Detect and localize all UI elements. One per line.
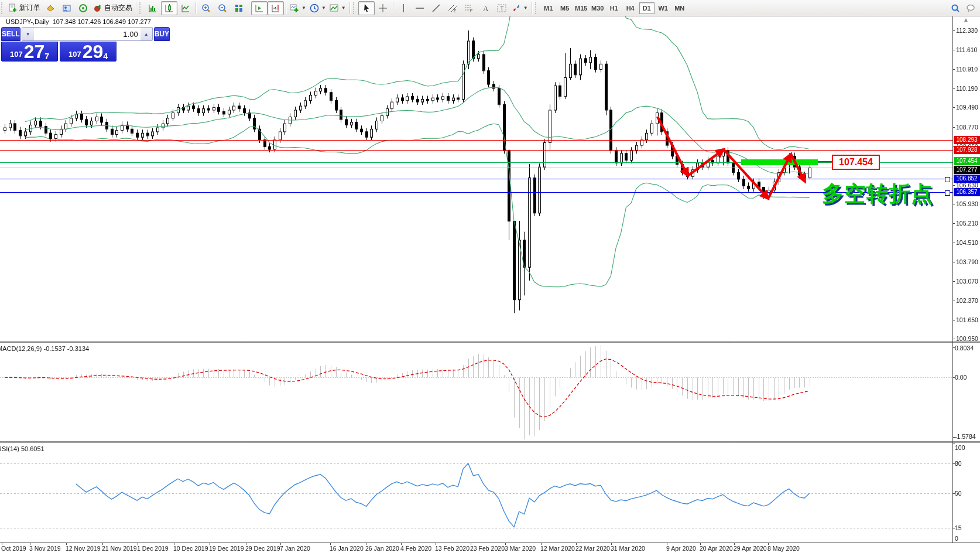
candlestick-chart-button[interactable] [161, 1, 177, 15]
autotrade-label: 自动交易 [104, 3, 132, 13]
price-tick-label: 103.070 [956, 278, 980, 285]
price-tick-label: 105.930 [956, 200, 980, 207]
date-label: 22 Mar 2020 [575, 545, 610, 552]
price-tick-label: 112.330 [956, 27, 980, 34]
price-tick-label: 110.910 [956, 66, 980, 73]
crosshair-button[interactable] [375, 1, 391, 15]
price-callout[interactable]: 107.454 [832, 155, 880, 170]
date-label: 26 Jan 2020 [365, 545, 399, 552]
price-tick-label: 111.610 [956, 46, 980, 53]
search-icon[interactable] [951, 4, 960, 13]
toolbar-separator [532, 2, 532, 14]
timeframe-h1[interactable]: H1 [606, 2, 622, 14]
highlight-bar[interactable] [741, 159, 818, 165]
trendline-icon [431, 4, 441, 13]
arrows-button[interactable]: ▼ [510, 1, 530, 15]
level-line-106.852[interactable] [0, 179, 952, 179]
chart-shift-button[interactable] [268, 1, 284, 15]
sell-button[interactable]: SELL [1, 27, 20, 41]
date-label: 7 Jan 2020 [280, 545, 310, 552]
level-line-108.293[interactable] [0, 140, 952, 141]
timeframe-m5[interactable]: M5 [557, 2, 573, 14]
date-label: 1 Dec 2019 [137, 545, 169, 552]
toolbar-separator [393, 2, 393, 14]
auto-scroll-button[interactable] [251, 1, 268, 15]
svg-text:A: A [483, 4, 489, 13]
timeframe-h4[interactable]: H4 [623, 2, 638, 14]
volume-stepper: ▼ ▲ [22, 27, 153, 41]
text-label-button[interactable]: T [494, 1, 510, 15]
timeframe-d1[interactable]: D1 [639, 2, 655, 14]
date-label: Oct 2019 [1, 545, 26, 552]
autotrade-button[interactable]: 自动交易 [91, 1, 134, 15]
scroll-to-end-icon[interactable]: ▲ [963, 16, 969, 23]
date-label: 23 Feb 2020 [470, 545, 505, 552]
toolbar-separator [136, 2, 136, 14]
date-label: 13 Feb 2020 [435, 545, 470, 552]
sell-price[interactable]: 107 27 7 [1, 42, 58, 62]
signals-button[interactable] [75, 1, 91, 15]
arrows-icon [512, 4, 521, 13]
cursor-button[interactable] [358, 1, 375, 15]
bar-chart-icon [148, 4, 157, 13]
chart-canvas[interactable] [0, 0, 980, 556]
dropdown-arrow-icon: ▼ [341, 5, 346, 11]
new-order-label: 新订单 [19, 3, 40, 13]
chat-icon[interactable] [966, 4, 975, 13]
templates-button[interactable]: ▼ [328, 1, 348, 15]
volume-input[interactable] [34, 28, 141, 40]
timeframe-w1[interactable]: W1 [656, 2, 671, 14]
callout-leader-line [818, 161, 832, 162]
timeframe-m15[interactable]: M15 [574, 2, 589, 14]
navigator-icon [62, 4, 71, 13]
date-label: 8 May 2020 [767, 545, 800, 552]
date-label: 31 Mar 2020 [611, 545, 645, 552]
date-label: 3 Nov 2019 [29, 545, 61, 552]
level-line-106.357[interactable] [0, 192, 952, 193]
timeframe-m1[interactable]: M1 [541, 2, 556, 14]
crosshair-icon [378, 4, 388, 13]
date-label: 21 Nov 2019 [102, 545, 137, 552]
rsi-axis-label: 100 [955, 444, 965, 451]
mt4-window: 新订单 自动交易 ▼ ▼ ▼ E F A T ▼ [0, 0, 980, 556]
macd-label: MACD(12,26,9) -0.1537 -0.3134 [0, 345, 89, 352]
new-order-button[interactable]: 新订单 [6, 1, 42, 15]
channel-button[interactable]: E [444, 1, 461, 15]
vertical-line-icon [399, 4, 408, 13]
line-chart-button[interactable] [177, 1, 194, 15]
tile-windows-button[interactable] [231, 1, 247, 15]
bar-chart-button[interactable] [145, 1, 161, 15]
level-line-107.277[interactable] [0, 168, 952, 168]
date-label: 12 Mar 2020 [540, 545, 575, 552]
styler-button[interactable] [42, 1, 59, 15]
navigator-button[interactable] [59, 1, 75, 15]
toolbar-grip [139, 2, 143, 14]
price-chip: 108.293 [954, 136, 980, 144]
trendline-button[interactable] [428, 1, 444, 15]
price-chip: 107.928 [954, 146, 980, 154]
zoom-out-button[interactable] [214, 1, 231, 15]
buy-button[interactable]: BUY [154, 27, 170, 41]
zoom-in-button[interactable] [198, 1, 214, 15]
rsi-axis-label: 80 [955, 460, 962, 467]
buy-price[interactable]: 107 29 4 [60, 42, 116, 62]
fibonacci-button[interactable]: F [461, 1, 477, 15]
channel-icon: E [448, 4, 457, 13]
macd-axis-min: -1.5784 [955, 433, 976, 440]
volume-up-button[interactable]: ▲ [141, 28, 152, 40]
volume-down-button[interactable]: ▼ [22, 28, 34, 40]
line-handle[interactable] [945, 177, 950, 182]
timeframe-m30[interactable]: M30 [590, 2, 605, 14]
date-label: 12 Nov 2019 [66, 545, 101, 552]
indicators-button[interactable]: ▼ [288, 1, 308, 15]
periods-button[interactable]: ▼ [308, 1, 328, 15]
horizontal-line-button[interactable] [412, 1, 428, 15]
price-tick-label: 105.210 [956, 220, 980, 227]
sell-big-figure: 107 [10, 50, 23, 59]
timeframe-mn[interactable]: MN [672, 2, 687, 14]
annotation-text[interactable]: 多空转折点 [822, 179, 933, 209]
level-line-107.928[interactable] [0, 150, 952, 151]
line-handle[interactable] [945, 190, 950, 196]
vertical-line-button[interactable] [395, 1, 412, 15]
text-button[interactable]: A [477, 1, 494, 15]
